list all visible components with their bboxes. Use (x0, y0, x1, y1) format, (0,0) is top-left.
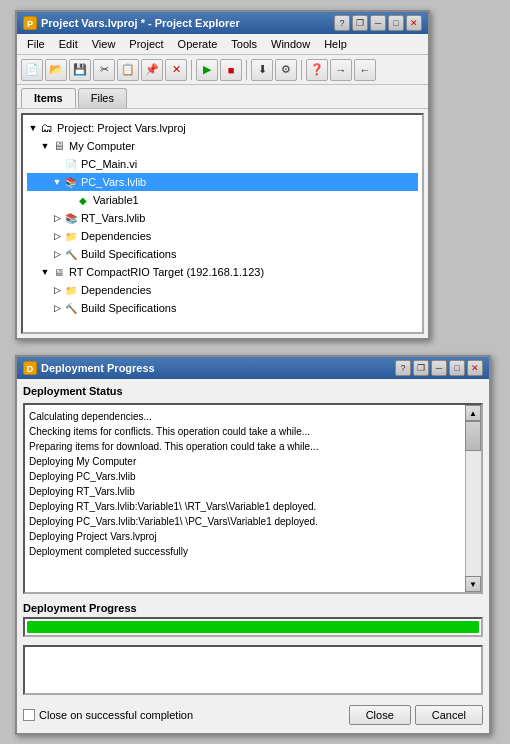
scrollbar-track[interactable]: ▲ ▼ (465, 405, 481, 592)
menu-tools[interactable]: Tools (225, 36, 263, 52)
maximize-button[interactable]: □ (388, 15, 404, 31)
status-line-6: Deploying RT_Vars.lvlib:Variable1\ \RT_V… (29, 499, 461, 514)
progress-bar-fill (27, 621, 479, 633)
rt-target-toggle[interactable]: ▼ (39, 266, 51, 278)
cut-btn[interactable]: ✂ (93, 59, 115, 81)
deploy-icon: D (23, 361, 37, 375)
tab-files[interactable]: Files (78, 88, 127, 108)
menu-help[interactable]: Help (318, 36, 353, 52)
tree-variable1[interactable]: ◆ Variable1 (27, 191, 418, 209)
project-explorer-title: Project Vars.lvproj * - Project Explorer (41, 17, 240, 29)
menu-file[interactable]: File (21, 36, 51, 52)
scrollbar-thumb[interactable] (465, 421, 481, 451)
progress-label: Deployment Progress (23, 602, 483, 614)
var1-label: Variable1 (93, 194, 139, 206)
tree-pc-vars-lvlib[interactable]: ▼ 📚 PC_Vars.lvlib (27, 173, 418, 191)
build-specs-rt-label: Build Specifications (81, 302, 176, 314)
toolbar: 📄 📂 💾 ✂ 📋 📌 ✕ ▶ ■ ⬇ ⚙ ❓ → ← (17, 55, 428, 85)
var1-icon: ◆ (75, 192, 91, 208)
close-on-success-checkbox[interactable] (23, 709, 35, 721)
menu-window[interactable]: Window (265, 36, 316, 52)
menu-operate[interactable]: Operate (172, 36, 224, 52)
dep-rt-toggle[interactable]: ▷ (51, 284, 63, 296)
close-on-success-label[interactable]: Close on successful completion (23, 709, 193, 721)
tree-build-specs-rt[interactable]: ▷ 🔨 Build Specifications (27, 299, 418, 317)
stop-btn[interactable]: ■ (220, 59, 242, 81)
deploy-help-btn[interactable]: ? (395, 360, 411, 376)
open-btn[interactable]: 📂 (45, 59, 67, 81)
tree-dependencies-rt[interactable]: ▷ 📁 Dependencies (27, 281, 418, 299)
delete-btn[interactable]: ✕ (165, 59, 187, 81)
var1-toggle (63, 194, 75, 206)
tab-items[interactable]: Items (21, 88, 76, 108)
tree-rt-vars-lvlib[interactable]: ▷ 📚 RT_Vars.lvlib (27, 209, 418, 227)
pc-vars-toggle[interactable]: ▼ (51, 176, 63, 188)
menu-project[interactable]: Project (123, 36, 169, 52)
help-button[interactable]: ? (334, 15, 350, 31)
tree-dependencies-pc[interactable]: ▷ 📁 Dependencies (27, 227, 418, 245)
deploy-restore-btn[interactable]: ❐ (413, 360, 429, 376)
pc-vars-icon: 📚 (63, 174, 79, 190)
paste-btn[interactable]: 📌 (141, 59, 163, 81)
copy-btn[interactable]: 📋 (117, 59, 139, 81)
project-explorer-icon: P (23, 16, 37, 30)
dep-pc-toggle[interactable]: ▷ (51, 230, 63, 242)
pc-main-label: PC_Main.vi (81, 158, 137, 170)
rt-target-icon: 🖥 (51, 264, 67, 280)
scroll-up-btn[interactable]: ▲ (465, 405, 481, 421)
build-pc-icon: 🔨 (63, 246, 79, 262)
title-bar-left: P Project Vars.lvproj * - Project Explor… (23, 16, 240, 30)
status-line-4: Deploying PC_Vars.lvlib (29, 469, 461, 484)
tabs: Items Files (17, 85, 428, 109)
deploy-bottom-bar: Close on successful completion Close Can… (23, 699, 483, 727)
my-computer-toggle[interactable]: ▼ (39, 140, 51, 152)
tree-build-specs-pc[interactable]: ▷ 🔨 Build Specifications (27, 245, 418, 263)
build-rt-toggle[interactable]: ▷ (51, 302, 63, 314)
tree-rt-target[interactable]: ▼ 🖥 RT CompactRIO Target (192.168.1.123) (27, 263, 418, 281)
menu-edit[interactable]: Edit (53, 36, 84, 52)
status-text-area[interactable]: Calculating dependencies... Checking ite… (23, 403, 483, 594)
tree-my-computer[interactable]: ▼ 🖥 My Computer (27, 137, 418, 155)
menu-view[interactable]: View (86, 36, 122, 52)
project-tree-view[interactable]: ▼ 🗂 Project: Project Vars.lvproj ▼ 🖥 My … (21, 113, 424, 334)
dep-rt-label: Dependencies (81, 284, 151, 296)
status-line-7: Deploying PC_Vars.lvlib:Variable1\ \PC_V… (29, 514, 461, 529)
deploy-maximize-btn[interactable]: □ (449, 360, 465, 376)
rt-vars-label: RT_Vars.lvlib (81, 212, 145, 224)
title-bar-buttons: ? ❐ ─ □ ✕ (334, 15, 422, 31)
deployment-progress-window: D Deployment Progress ? ❐ ─ □ ✕ Deployme… (15, 355, 491, 735)
new-btn[interactable]: 📄 (21, 59, 43, 81)
settings-btn[interactable]: ⚙ (275, 59, 297, 81)
dep-pc-icon: 📁 (63, 228, 79, 244)
status-line-9: Deployment completed successfully (29, 544, 461, 559)
restore-button[interactable]: ❐ (352, 15, 368, 31)
separator2 (246, 60, 247, 80)
deployment-content: Deployment Status Calculating dependenci… (17, 379, 489, 733)
arrow-btn[interactable]: → (330, 59, 352, 81)
progress-section: Deployment Progress (23, 602, 483, 637)
tree-root[interactable]: ▼ 🗂 Project: Project Vars.lvproj (27, 119, 418, 137)
deploy-btn[interactable]: ⬇ (251, 59, 273, 81)
rt-target-label: RT CompactRIO Target (192.168.1.123) (69, 266, 264, 278)
save-btn[interactable]: 💾 (69, 59, 91, 81)
help-toolbar-btn[interactable]: ❓ (306, 59, 328, 81)
run-btn[interactable]: ▶ (196, 59, 218, 81)
deploy-minimize-btn[interactable]: ─ (431, 360, 447, 376)
deploy-close-btn[interactable]: ✕ (467, 360, 483, 376)
back-btn[interactable]: ← (354, 59, 376, 81)
checkbox-text: Close on successful completion (39, 709, 193, 721)
close-button[interactable]: ✕ (406, 15, 422, 31)
close-deploy-btn[interactable]: Close (349, 705, 411, 725)
root-toggle[interactable]: ▼ (27, 122, 39, 134)
tree-pc-main-vi[interactable]: 📄 PC_Main.vi (27, 155, 418, 173)
separator3 (301, 60, 302, 80)
build-pc-toggle[interactable]: ▷ (51, 248, 63, 260)
rt-vars-toggle[interactable]: ▷ (51, 212, 63, 224)
status-line-1: Checking items for conflicts. This opera… (29, 424, 461, 439)
deployment-status-label: Deployment Status (23, 385, 483, 397)
scroll-down-btn[interactable]: ▼ (465, 576, 481, 592)
cancel-deploy-btn[interactable]: Cancel (415, 705, 483, 725)
menu-bar: File Edit View Project Operate Tools Win… (17, 34, 428, 55)
dep-pc-label: Dependencies (81, 230, 151, 242)
minimize-button[interactable]: ─ (370, 15, 386, 31)
